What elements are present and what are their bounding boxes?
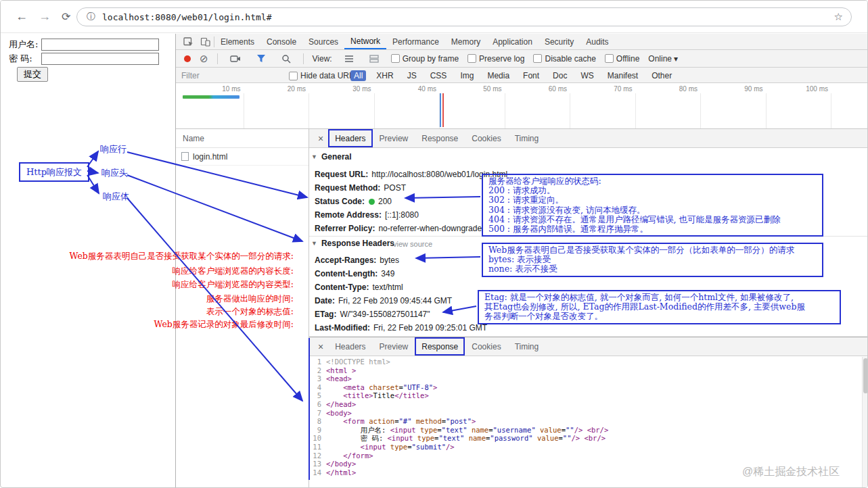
- checkbox-preserve-log[interactable]: Preserve log: [467, 54, 524, 64]
- tab-security[interactable]: Security: [539, 34, 580, 49]
- filter-type-js[interactable]: JS: [404, 70, 420, 81]
- timeline-tick-label: 30 ms: [342, 85, 371, 93]
- filter-type-ws[interactable]: WS: [577, 70, 597, 81]
- code-text: 密 码: <input type="text" name="password" …: [326, 434, 606, 443]
- tab-cookies[interactable]: Cookies: [465, 337, 507, 356]
- search-icon[interactable]: [278, 54, 294, 64]
- filter-type-font[interactable]: Font: [520, 70, 543, 81]
- request-list-header[interactable]: Name: [176, 129, 309, 148]
- forward-icon[interactable]: →: [39, 10, 51, 22]
- tab-performance[interactable]: Performance: [386, 34, 445, 49]
- tab-network[interactable]: Network: [344, 34, 386, 49]
- header-field: Date:Fri, 22 Feb 2019 09:45:44 GMT: [315, 294, 452, 308]
- password-field[interactable]: [41, 53, 159, 65]
- checkbox-icon: [533, 54, 542, 63]
- address-bar[interactable]: ⓘ localhost:8080/web01/login.html# ☆: [76, 7, 852, 26]
- capture-screenshots-icon[interactable]: [227, 54, 244, 64]
- tab-application[interactable]: Application: [486, 34, 539, 49]
- timeline-tick-label: 100 ms: [798, 85, 828, 93]
- divider: [303, 53, 304, 64]
- submit-button[interactable]: 提交: [17, 67, 48, 82]
- record-button[interactable]: [184, 55, 191, 62]
- view-source-link[interactable]: view source: [393, 240, 432, 248]
- back-icon[interactable]: ←: [16, 10, 28, 22]
- filter-funnel-icon[interactable]: [253, 54, 269, 63]
- tab-response[interactable]: Response: [415, 129, 465, 147]
- bookmark-star-icon[interactable]: ☆: [834, 11, 843, 23]
- header-field: Referrer Policy:no-referrer-when-downgra…: [315, 222, 482, 235]
- status-code-note-box: 服务器给客户端响应的状态码:200 : 请求成功。302 : 请求重定向。304…: [482, 174, 823, 237]
- filter-type-doc[interactable]: Doc: [549, 70, 570, 81]
- response-body-label: 响应体: [103, 191, 129, 203]
- tab-timing[interactable]: Timing: [508, 129, 546, 147]
- header-field-name: Content-Length:: [315, 269, 378, 278]
- checkbox-offline[interactable]: Offline: [605, 54, 639, 64]
- filter-type-img[interactable]: Img: [457, 70, 477, 81]
- refresh-icon[interactable]: ⟳: [62, 11, 70, 23]
- view-list-icon[interactable]: [341, 55, 357, 63]
- filter-input[interactable]: Filter: [181, 71, 200, 80]
- timeline-overview[interactable]: 10 ms20 ms30 ms40 ms50 ms60 ms70 ms80 ms…: [176, 83, 868, 129]
- code-text: <!DOCTYPE html>: [326, 358, 390, 366]
- request-row[interactable]: login.html: [176, 148, 309, 166]
- line-number: 5: [309, 391, 326, 400]
- checkbox-icon: [289, 72, 298, 80]
- tab-sources[interactable]: Sources: [302, 34, 344, 49]
- tab-response[interactable]: Response: [415, 337, 465, 356]
- scrollbar-track[interactable]: [862, 357, 868, 487]
- clear-button[interactable]: ⊘: [200, 53, 208, 64]
- line-number: 9: [309, 426, 326, 435]
- tab-preview[interactable]: Preview: [373, 337, 415, 356]
- filter-type-css[interactable]: CSS: [427, 70, 451, 81]
- code-text: </html>: [326, 468, 356, 477]
- response-headers-section-header[interactable]: ▼ Response Headers: [311, 239, 394, 248]
- filter-type-manifest[interactable]: Manifest: [604, 70, 641, 81]
- tab-memory[interactable]: Memory: [445, 34, 486, 49]
- filter-type-all[interactable]: All: [350, 70, 366, 81]
- annotation-line: 服务器给客户端响应的状态码:: [488, 176, 817, 186]
- hide-data-urls-checkbox[interactable]: Hide data URLs: [289, 71, 358, 80]
- scrollbar-thumb[interactable]: [863, 358, 868, 393]
- annotation-line: Web服务器表明自己是否接受获取某个实体的一部分（比如表单的一部分）的请求: [488, 245, 817, 255]
- tab-headers[interactable]: Headers: [328, 129, 372, 147]
- checkbox-label: Offline: [616, 54, 639, 64]
- tab-audits[interactable]: Audits: [580, 34, 614, 49]
- annotation-line: bytes: 表示接受: [488, 255, 817, 264]
- network-filter-bar: Filter Hide data URLs AllXHRJSCSSImgMedi…: [176, 68, 868, 83]
- close-icon[interactable]: ×: [313, 341, 328, 352]
- filter-type-media[interactable]: Media: [484, 70, 513, 81]
- filter-type-xhr[interactable]: XHR: [373, 70, 396, 81]
- tab-elements[interactable]: Elements: [214, 34, 260, 49]
- url-text[interactable]: localhost:8080/web01/login.html#: [102, 12, 271, 22]
- header-field-value: 200: [378, 197, 392, 206]
- browser-toolbar: ← → ⟳ ⓘ localhost:8080/web01/login.html#…: [1, 1, 867, 33]
- timeline-tick-label: 50 ms: [472, 85, 502, 93]
- checkbox-disable-cache[interactable]: Disable cache: [533, 54, 595, 64]
- tab-timing[interactable]: Timing: [508, 337, 546, 356]
- line-number: 7: [309, 409, 326, 418]
- general-section-header[interactable]: ▼ General: [311, 152, 352, 162]
- annotation-line: 500 : 服务器内部错误。通常程序抛异常。: [488, 224, 817, 234]
- inspect-element-icon[interactable]: [180, 36, 197, 47]
- checkbox-group-by-frame[interactable]: Group by frame: [391, 54, 459, 64]
- tab-headers[interactable]: Headers: [328, 337, 372, 356]
- page-info-icon[interactable]: ⓘ: [87, 11, 95, 23]
- response-line-label: 响应行: [100, 143, 127, 155]
- code-text: <body>: [326, 409, 352, 418]
- code-line: 7<body>: [309, 409, 868, 418]
- filter-type-other[interactable]: Other: [648, 70, 675, 81]
- triangle-down-icon: ▼: [311, 240, 317, 247]
- close-icon[interactable]: ×: [313, 133, 328, 144]
- tab-preview[interactable]: Preview: [373, 129, 415, 147]
- username-field[interactable]: [41, 39, 159, 51]
- tab-console[interactable]: Console: [260, 34, 302, 49]
- view-large-rows-icon[interactable]: [366, 55, 382, 63]
- code-line: 1<!DOCTYPE html>: [309, 358, 868, 366]
- throttling-dropdown[interactable]: Online ▾: [648, 54, 678, 64]
- header-field-value: Fri, 22 Feb 2019 09:25:01 GMT: [373, 323, 487, 333]
- tab-cookies[interactable]: Cookies: [465, 129, 507, 147]
- device-toolbar-icon[interactable]: [197, 36, 214, 47]
- line-number: 8: [309, 417, 326, 426]
- line-number: 3: [309, 374, 326, 383]
- code-text: <input type="submit"/>: [326, 443, 455, 452]
